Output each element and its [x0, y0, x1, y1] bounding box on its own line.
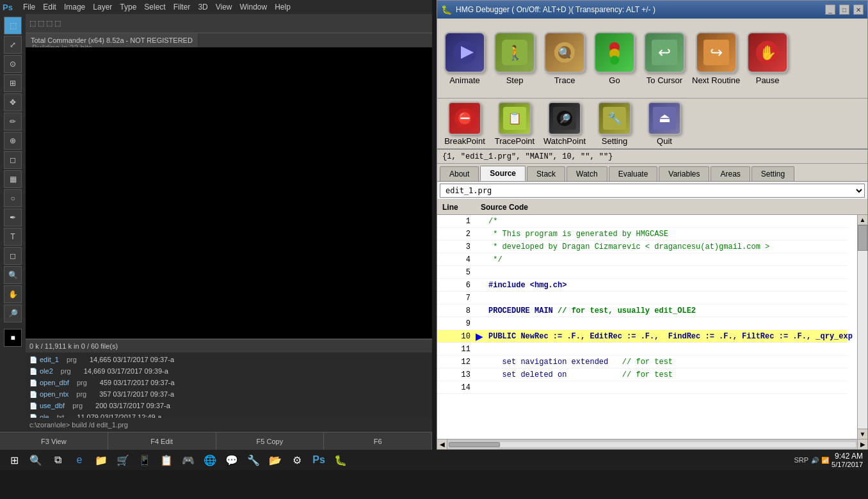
taskbar-store[interactable]: 🛒	[114, 451, 132, 469]
hscroll-thumb[interactable]	[449, 442, 500, 447]
list-item[interactable]: 📄open_ntxprg357 03/17/2017 09:37-a	[27, 388, 431, 400]
step-button[interactable]: 🚶 Step	[492, 32, 537, 85]
ps-menu-help[interactable]: Help	[275, 3, 291, 12]
tocursor-icon: ↩	[644, 32, 685, 73]
code-line-7: 7	[437, 292, 847, 305]
ps-tool-eyedrop[interactable]: 🔍	[4, 266, 22, 284]
setting-label: Setting	[602, 136, 627, 146]
tab-variables[interactable]: Variables	[659, 166, 709, 181]
ps-tool-crop[interactable]: ⊞	[4, 74, 22, 92]
line-num: 10	[437, 332, 476, 341]
ps-menu-image[interactable]: Image	[64, 3, 85, 12]
ps-menu-3d[interactable]: 3D	[198, 3, 207, 12]
tab-areas[interactable]: Areas	[711, 166, 750, 181]
animate-button[interactable]: Animate	[442, 32, 487, 85]
systray-network: 📶	[821, 457, 829, 464]
scroll-track	[858, 225, 867, 429]
breakpoint-button[interactable]: ⛔ BreakPoint	[442, 102, 487, 146]
tab-watch[interactable]: Watch	[567, 166, 607, 181]
nextroutine-button[interactable]: ↪ Next Routine	[692, 32, 740, 85]
debugger-status: {1, "edit_1.prg", "MAIN", 10, "", ""}	[437, 150, 867, 164]
task-view-button[interactable]: ⧉	[49, 451, 67, 469]
list-item[interactable]: 📄ole2prg14,669 03/17/2017 09:39-a	[27, 365, 431, 377]
taskbar-tc[interactable]: 📂	[266, 451, 284, 469]
pause-button[interactable]: ✋ Pause	[745, 32, 790, 85]
tracepoint-button[interactable]: 📋 TracePoint	[492, 102, 537, 146]
list-item[interactable]: 📄use_dbfprg200 03/17/2017 09:37-a	[27, 400, 431, 411]
fn-key-f6[interactable]: F6	[324, 432, 432, 450]
line-num: 5	[437, 268, 476, 277]
pause-label: Pause	[756, 75, 780, 85]
ps-tool-brush[interactable]: ✏	[4, 113, 22, 131]
list-item[interactable]: 📄open_dbfprg459 03/17/2017 09:37-a	[27, 377, 431, 388]
fn-key-f5[interactable]: F5 Copy	[216, 432, 325, 450]
fn-key-f4[interactable]: F4 Edit	[108, 432, 216, 450]
trace-button[interactable]: 🔍 Trace	[542, 32, 587, 85]
tab-source[interactable]: Source	[480, 166, 526, 181]
scroll-up-button[interactable]: ▲	[858, 215, 867, 225]
taskbar-app5[interactable]: 💬	[223, 451, 241, 469]
taskbar-app6[interactable]: 🔧	[245, 451, 262, 469]
current-line-arrow: ▶	[476, 331, 486, 342]
maximize-button[interactable]: □	[839, 4, 849, 15]
go-button[interactable]: Go	[592, 32, 637, 85]
taskbar-app2[interactable]: 📋	[157, 451, 175, 469]
ps-menu-type[interactable]: Type	[120, 3, 136, 12]
ps-menu-layer[interactable]: Layer	[93, 3, 112, 12]
taskbar-ie[interactable]: e	[70, 451, 88, 469]
animate-icon	[444, 32, 485, 73]
ps-tool-fill[interactable]: ▦	[4, 170, 22, 188]
search-taskbar-button[interactable]: 🔍	[27, 451, 45, 469]
ps-tool-move[interactable]: ✥	[4, 93, 22, 111]
setting-button[interactable]: 🔧 Setting	[592, 102, 637, 146]
file-select-dropdown[interactable]: edit_1.prg	[440, 184, 865, 198]
taskbar-dbg[interactable]: 🐛	[332, 451, 350, 469]
code-line-6: 6 #include <hmg.ch>	[437, 279, 847, 292]
ps-tool-pen[interactable]: ✒	[4, 209, 22, 226]
minimize-button[interactable]: _	[825, 4, 835, 15]
ps-tool-lasso[interactable]: ⊙	[4, 55, 22, 73]
tab-setting[interactable]: Setting	[751, 166, 794, 181]
taskbar-app4[interactable]: 🌐	[201, 451, 219, 469]
watchpoint-button[interactable]: 🔎 WatchPoint	[542, 102, 587, 146]
ps-tool-dodge[interactable]: ○	[4, 189, 22, 207]
taskbar-explorer[interactable]: 📁	[92, 451, 110, 469]
ps-tool-eraser[interactable]: ◻	[4, 151, 22, 169]
scrollbar-vertical[interactable]: ▲ ▼	[857, 215, 867, 439]
scrollbar-horizontal[interactable]: ◀ ▶	[437, 439, 867, 449]
ps-tool-shape[interactable]: ◻	[4, 247, 22, 265]
start-button[interactable]: ⊞	[5, 451, 23, 469]
taskbar-app1[interactable]: 📱	[136, 451, 154, 469]
ps-tool-hand[interactable]: ✋	[4, 285, 22, 303]
ps-tool-text[interactable]: T	[4, 228, 22, 246]
ps-tool-fg-color[interactable]: ■	[4, 329, 22, 347]
taskbar-app7[interactable]: ⚙	[288, 451, 306, 469]
list-item[interactable]: 📄edit_1prg14,665 03/17/2017 09:37-a	[27, 354, 431, 365]
close-button[interactable]: ✕	[853, 4, 864, 15]
ps-menu-select[interactable]: Select	[144, 3, 165, 12]
ps-tool-select[interactable]: ⬚	[4, 17, 22, 35]
quit-button[interactable]: ⏏ Quit	[642, 102, 687, 146]
step-label: Step	[506, 75, 524, 85]
ps-menu-view[interactable]: View	[216, 3, 232, 12]
ps-menu-file[interactable]: File	[23, 3, 35, 12]
scroll-thumb[interactable]	[858, 225, 867, 251]
ps-menu-edit[interactable]: Edit	[43, 3, 56, 12]
ps-tool-clone[interactable]: ⊕	[4, 132, 22, 150]
tab-about[interactable]: About	[440, 166, 479, 181]
scroll-left-button[interactable]: ◀	[437, 440, 447, 450]
scroll-right-button[interactable]: ▶	[857, 440, 867, 450]
scroll-down-button[interactable]: ▼	[858, 429, 867, 439]
code-scroll[interactable]: 1 /* 2 * This program is generated by HM…	[437, 215, 857, 439]
ps-menu-window[interactable]: Window	[240, 3, 268, 12]
tocursor-button[interactable]: ↩ To Cursor	[642, 32, 687, 85]
taskbar-app3[interactable]: 🎮	[179, 451, 197, 469]
tab-evaluate[interactable]: Evaluate	[609, 166, 658, 181]
taskbar-ps[interactable]: Ps	[310, 451, 328, 469]
ps-tool-zoom[interactable]: 🔎	[4, 305, 22, 322]
fn-key-f3[interactable]: F3 View	[0, 432, 108, 450]
ps-tool-transform[interactable]: ⤢	[4, 36, 22, 54]
ps-menu-filter[interactable]: Filter	[173, 3, 191, 12]
ps-cmd-bar: c:\zoran\ole> build /d edit_1.prg	[26, 418, 432, 432]
tab-stack[interactable]: Stack	[527, 166, 565, 181]
